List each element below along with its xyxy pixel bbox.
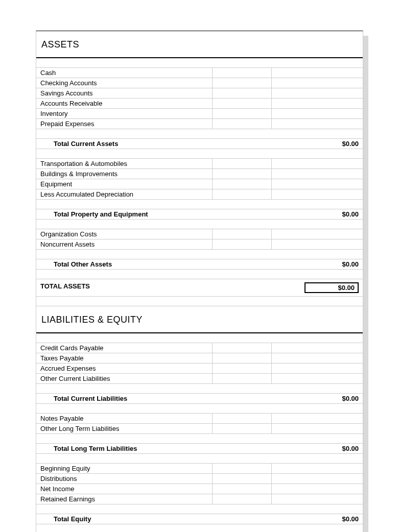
total-assets-mid bbox=[212, 281, 271, 294]
item-value-col1 bbox=[213, 88, 272, 98]
spacer bbox=[36, 524, 363, 532]
total-assets-label: TOTAL ASSETS bbox=[36, 281, 212, 294]
item-value-col1 bbox=[213, 414, 272, 423]
line-item: Cash bbox=[36, 68, 363, 78]
total-assets-row: TOTAL ASSETS $0.00 bbox=[36, 279, 363, 297]
subtotal-label: Total Property and Equipment bbox=[36, 209, 284, 219]
item-value-col2 bbox=[272, 343, 363, 353]
spacer bbox=[36, 434, 363, 444]
spacer bbox=[36, 504, 363, 514]
subtotal-value: $0.00 bbox=[284, 514, 363, 524]
line-item: Transportation & Automobiles bbox=[36, 159, 363, 169]
subtotal-value: $0.00 bbox=[284, 139, 363, 149]
line-item: Checking Accounts bbox=[36, 78, 363, 88]
spacer bbox=[36, 384, 363, 394]
item-label: Checking Accounts bbox=[36, 78, 213, 88]
item-value-col1 bbox=[213, 119, 272, 129]
line-item: Distributions bbox=[36, 474, 363, 484]
subtotal-value: $0.00 bbox=[284, 444, 363, 453]
item-label: Other Current Liabilities bbox=[36, 374, 213, 383]
item-value-col2 bbox=[272, 464, 363, 473]
item-label: Accounts Receivable bbox=[36, 99, 213, 108]
line-item: Accounts Receivable bbox=[36, 99, 363, 109]
item-value-col1 bbox=[213, 464, 272, 473]
assets-title: ASSETS bbox=[36, 31, 363, 58]
spacer bbox=[36, 149, 363, 159]
spacer bbox=[36, 404, 363, 414]
spacer bbox=[36, 200, 363, 209]
item-value-col1 bbox=[213, 229, 272, 239]
item-value-col2 bbox=[272, 474, 363, 483]
item-value-col1 bbox=[213, 189, 272, 199]
line-item: Less Accumulated Depreciation bbox=[36, 189, 363, 200]
item-value-col1 bbox=[213, 68, 272, 78]
item-value-col2 bbox=[272, 414, 363, 423]
item-label: Organization Costs bbox=[36, 229, 213, 239]
subtotal-value: $0.00 bbox=[284, 394, 363, 403]
spacer bbox=[36, 220, 363, 229]
subtotal-row: Total Current Assets$0.00 bbox=[36, 139, 363, 149]
item-value-col2 bbox=[272, 88, 363, 98]
item-value-col2 bbox=[272, 229, 363, 239]
item-value-col1 bbox=[213, 159, 272, 168]
line-item: Inventory bbox=[36, 109, 363, 119]
item-label: Retained Earnings bbox=[36, 494, 213, 504]
item-value-col2 bbox=[272, 68, 363, 78]
sheet: ASSETS Cash Checking Accounts Savings Ac… bbox=[36, 31, 363, 532]
spacer bbox=[36, 454, 363, 464]
item-value-col1 bbox=[213, 78, 272, 88]
subtotal-value: $0.00 bbox=[284, 259, 363, 269]
line-item: Other Long Term Liabilities bbox=[36, 424, 363, 434]
subtotal-row: Total Equity$0.00 bbox=[36, 514, 363, 524]
item-value-col1 bbox=[213, 179, 272, 189]
spacer bbox=[36, 270, 363, 279]
item-label: Credit Cards Payable bbox=[36, 343, 213, 353]
subtotal-label: Total Current Assets bbox=[36, 139, 284, 149]
item-value-col2 bbox=[272, 99, 363, 108]
item-value-col2 bbox=[272, 374, 363, 383]
line-item: Savings Accounts bbox=[36, 88, 363, 99]
item-value-col1 bbox=[213, 474, 272, 483]
subtotal-label: Total Other Assets bbox=[36, 259, 284, 269]
subtotal-row: Total Property and Equipment$0.00 bbox=[36, 209, 363, 220]
subtotal-row: Total Long Term Liabilities$0.00 bbox=[36, 444, 363, 454]
page-shadow bbox=[363, 36, 368, 532]
item-value-col2 bbox=[272, 424, 363, 433]
line-item: Beginning Equity bbox=[36, 464, 363, 474]
line-item: Other Current Liabilities bbox=[36, 374, 363, 384]
item-value-col2 bbox=[272, 189, 363, 199]
item-value-col1 bbox=[213, 169, 272, 179]
subtotal-label: Total Long Term Liabilities bbox=[36, 444, 284, 453]
item-value-col1 bbox=[213, 494, 272, 504]
line-item: Prepaid Expenses bbox=[36, 119, 363, 129]
item-label: Savings Accounts bbox=[36, 88, 213, 98]
item-value-col2 bbox=[272, 78, 363, 88]
line-item: Taxes Payable bbox=[36, 353, 363, 364]
line-item: Notes Payable bbox=[36, 414, 363, 424]
item-value-col2 bbox=[272, 364, 363, 373]
spacer bbox=[36, 297, 363, 306]
item-value-col2 bbox=[272, 119, 363, 129]
item-value-col1 bbox=[213, 343, 272, 353]
item-label: Less Accumulated Depreciation bbox=[36, 189, 213, 199]
line-item: Equipment bbox=[36, 179, 363, 189]
item-label: Taxes Payable bbox=[36, 353, 213, 363]
spacer bbox=[36, 333, 363, 343]
item-value-col2 bbox=[272, 159, 363, 168]
item-label: Distributions bbox=[36, 474, 213, 483]
item-label: Prepaid Expenses bbox=[36, 119, 213, 129]
total-assets-value: $0.00 bbox=[304, 282, 359, 293]
total-assets-right: $0.00 bbox=[271, 281, 363, 294]
line-item: Retained Earnings bbox=[36, 494, 363, 504]
item-value-col1 bbox=[213, 424, 272, 433]
item-value-col2 bbox=[272, 179, 363, 189]
item-label: Inventory bbox=[36, 109, 213, 118]
liabilities-title: LIABILITIES & EQUITY bbox=[36, 306, 363, 333]
item-value-col1 bbox=[213, 364, 272, 373]
item-value-col2 bbox=[272, 169, 363, 179]
subtotal-row: Total Other Assets$0.00 bbox=[36, 259, 363, 270]
line-item: Noncurrent Assets bbox=[36, 239, 363, 250]
item-value-col1 bbox=[213, 109, 272, 118]
subtotal-value: $0.00 bbox=[284, 209, 363, 219]
item-value-col2 bbox=[272, 109, 363, 118]
